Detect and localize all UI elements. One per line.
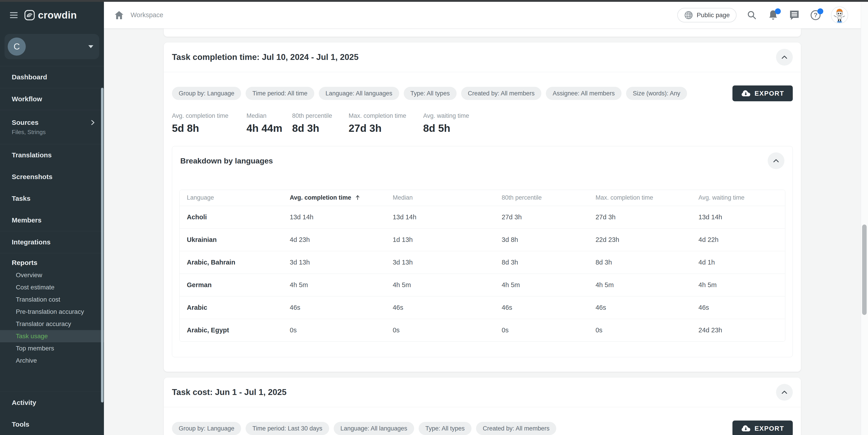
breadcrumb[interactable]: Workspace: [114, 11, 163, 20]
filter-chip-group-by[interactable]: Group by: Language: [172, 87, 241, 100]
sidebar: crowdin C Dashboard Workflow Sources Fil…: [0, 2, 104, 435]
notifications-bell-icon[interactable]: [767, 9, 779, 21]
page-scrollbar[interactable]: [861, 2, 868, 435]
cloud-download-icon: [741, 425, 750, 432]
chevron-right-icon: [90, 119, 96, 126]
collapse-button[interactable]: [776, 384, 793, 401]
breakdown-table: Language Avg. completion time Median 80t…: [179, 190, 785, 342]
svg-text:?: ?: [813, 11, 817, 19]
chevron-up-icon: [773, 158, 779, 163]
column-avg-waiting-time[interactable]: Avg. waiting time: [691, 190, 785, 206]
collapse-button[interactable]: [776, 49, 793, 65]
breakdown-card: Breakdown by languages Language: [172, 146, 793, 357]
public-page-button[interactable]: Public page: [677, 8, 737, 22]
task-completion-header: Task completion time: Jul 10, 2024 - Jul…: [164, 42, 801, 72]
export-button[interactable]: EXPORT: [733, 420, 793, 435]
filter-chip-assignee[interactable]: Assignee: All members: [546, 87, 622, 100]
sidebar-item-archive[interactable]: Archive: [0, 354, 104, 367]
table-row: Arabic, Egypt 0s 0s 0s 0s 24d 23h: [180, 319, 785, 341]
sidebar-header: crowdin: [0, 2, 104, 28]
sidebar-item-translation-cost[interactable]: Translation cost: [0, 293, 104, 306]
messages-icon[interactable]: [788, 9, 800, 21]
sidebar-item-screenshots[interactable]: Screenshots: [0, 166, 104, 187]
column-median[interactable]: Median: [385, 190, 494, 206]
user-avatar[interactable]: [831, 6, 848, 24]
column-avg-completion-time[interactable]: Avg. completion time: [283, 190, 386, 206]
sidebar-item-dashboard[interactable]: Dashboard: [0, 66, 104, 88]
chevron-up-icon: [781, 390, 788, 395]
filter-chips: Group by: Language Time period: All time…: [172, 87, 687, 100]
filter-chips: Group by: Language Time period: Last 30 …: [172, 422, 556, 435]
window-top-edge: [0, 0, 868, 2]
language-cell: Arabic, Egypt: [180, 319, 283, 341]
topbar-actions: Public page ?: [677, 6, 848, 24]
cloud-download-icon: [741, 90, 750, 97]
account-switcher[interactable]: C: [4, 34, 99, 59]
table-row: Ukrainian 4d 23h 1d 13h 3d 8h 22d 23h 4d…: [180, 228, 785, 251]
brand-name: crowdin: [38, 9, 77, 21]
sidebar-item-integrations[interactable]: Integrations: [0, 231, 104, 253]
stat-80th-percentile: 80th percentile 8d 3h: [292, 112, 349, 134]
sidebar-item-task-usage[interactable]: Task usage: [0, 330, 104, 342]
stat-max-completion-time: Max. completion time 27d 3h: [349, 112, 423, 134]
task-cost-title: Task cost: Jun 1 - Jul 1, 2025: [172, 387, 286, 397]
column-max-completion-time[interactable]: Max. completion time: [588, 190, 691, 206]
filter-chip-group-by[interactable]: Group by: Language: [172, 422, 241, 435]
filter-chip-type[interactable]: Type: All types: [404, 87, 457, 100]
hamburger-menu-icon[interactable]: [10, 12, 18, 18]
stat-median: Median 4h 44m: [246, 112, 292, 134]
sidebar-reports-group: Reports Overview Cost estimate Translati…: [0, 253, 104, 392]
filter-chip-created-by[interactable]: Created by: All members: [476, 422, 556, 435]
filter-chip-language[interactable]: Language: All languages: [334, 422, 414, 435]
column-language[interactable]: Language: [180, 190, 283, 206]
home-icon[interactable]: [114, 11, 124, 20]
filter-chip-size-words[interactable]: Size (words): Any: [626, 87, 687, 100]
sidebar-item-translator-accuracy[interactable]: Translator accuracy: [0, 318, 104, 330]
page-scrollbar-thumb[interactable]: [862, 225, 867, 315]
table-row: Arabic, Bahrain 3d 13h 3d 13h 8d 3h 8d 3…: [180, 251, 785, 273]
sidebar-item-top-members[interactable]: Top members: [0, 342, 104, 354]
search-icon[interactable]: [746, 9, 758, 21]
sidebar-item-translations[interactable]: Translations: [0, 144, 104, 166]
sidebar-item-workflow[interactable]: Workflow: [0, 88, 104, 110]
help-icon[interactable]: ?: [810, 9, 822, 21]
column-80th-percentile[interactable]: 80th percentile: [495, 190, 588, 206]
filter-chip-created-by[interactable]: Created by: All members: [461, 87, 541, 100]
table-row: German 4h 5m 4h 5m 4h 5m 4h 5m 4h 5m: [180, 273, 785, 296]
sidebar-item-members[interactable]: Members: [0, 209, 104, 231]
sidebar-scrollbar[interactable]: [101, 88, 103, 402]
sidebar-item-reports[interactable]: Reports: [0, 256, 104, 269]
sidebar-item-activity[interactable]: Activity: [0, 392, 104, 413]
language-cell: German: [180, 273, 283, 296]
sidebar-item-tasks[interactable]: Tasks: [0, 187, 104, 209]
language-cell: Acholi: [180, 206, 283, 228]
filter-chip-language[interactable]: Language: All languages: [319, 87, 399, 100]
sidebar-item-pre-translation-accuracy[interactable]: Pre-translation accuracy: [0, 306, 104, 318]
task-completion-card: Task completion time: Jul 10, 2024 - Jul…: [164, 42, 801, 372]
filter-chip-time-period[interactable]: Time period: Last 30 days: [246, 422, 329, 435]
filter-chip-time-period[interactable]: Time period: All time: [246, 87, 314, 100]
caret-down-icon: [88, 45, 93, 48]
summary-stats: Avg. completion time 5d 8h Median 4h 44m…: [172, 112, 793, 134]
filter-chip-type[interactable]: Type: All types: [418, 422, 471, 435]
breadcrumb-workspace[interactable]: Workspace: [131, 11, 163, 19]
sidebar-item-cost-estimate[interactable]: Cost estimate: [0, 281, 104, 293]
sidebar-item-sources[interactable]: Sources Files, Strings: [0, 110, 104, 144]
chevron-up-icon: [781, 55, 788, 59]
language-cell: Arabic, Bahrain: [180, 251, 283, 273]
export-button[interactable]: EXPORT: [733, 85, 793, 101]
table-header-row: Language Avg. completion time Median 80t…: [180, 190, 785, 206]
notification-dot: [817, 8, 823, 14]
sidebar-item-overview[interactable]: Overview: [0, 269, 104, 281]
stat-avg-completion-time: Avg. completion time 5d 8h: [172, 112, 246, 134]
previous-card-bottom: [164, 28, 801, 37]
topbar: Workspace Public page: [104, 2, 861, 28]
account-avatar: C: [8, 37, 26, 56]
breakdown-title: Breakdown by languages: [180, 156, 273, 165]
sidebar-item-tools[interactable]: Tools: [0, 413, 104, 435]
crowdin-logo[interactable]: crowdin: [24, 9, 77, 21]
task-cost-card: Task cost: Jun 1 - Jul 1, 2025 Group by:…: [164, 378, 801, 435]
language-cell: Arabic: [180, 296, 283, 319]
task-cost-header: Task cost: Jun 1 - Jul 1, 2025: [164, 378, 801, 407]
collapse-button[interactable]: [768, 152, 784, 169]
